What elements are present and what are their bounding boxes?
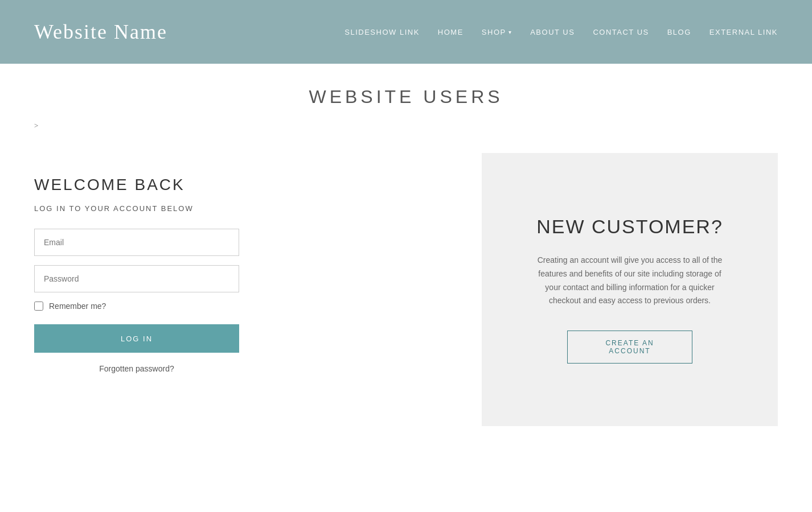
email-input[interactable]	[34, 229, 239, 256]
nav-external[interactable]: EXTERNAL LINK	[710, 28, 778, 36]
remember-row: Remember me?	[34, 302, 342, 311]
main-nav: SLIDESHOW LINK HOME SHOP ▾ ABOUT US CONT…	[345, 28, 778, 36]
login-button[interactable]: LOG IN	[34, 324, 239, 353]
nav-contact[interactable]: CONTACT US	[593, 28, 649, 36]
forgot-password-link[interactable]: Forgotten password?	[34, 364, 239, 373]
nav-about[interactable]: ABOUT US	[530, 28, 575, 36]
nav-blog[interactable]: BLOG	[667, 28, 691, 36]
login-subtitle: LOG IN TO YOUR ACCOUNT BELOW	[34, 204, 342, 213]
nav-shop[interactable]: SHOP ▾	[482, 28, 512, 36]
site-logo[interactable]: Website Name	[34, 20, 345, 44]
remember-label: Remember me?	[49, 302, 106, 311]
breadcrumb: >	[34, 121, 778, 130]
create-account-button[interactable]: CREATE AN ACCOUNT	[567, 331, 692, 364]
password-group	[34, 265, 342, 292]
content-area: WELCOME BACK LOG IN TO YOUR ACCOUNT BELO…	[34, 153, 778, 426]
page-title: WEBSITE USERS	[34, 86, 778, 108]
password-input[interactable]	[34, 265, 239, 292]
site-header: Website Name SLIDESHOW LINK HOME SHOP ▾ …	[0, 0, 812, 64]
email-group	[34, 229, 342, 256]
welcome-title: WELCOME BACK	[34, 176, 342, 194]
remember-checkbox[interactable]	[34, 302, 43, 311]
main-content: WEBSITE USERS > WELCOME BACK LOG IN TO Y…	[0, 64, 812, 460]
right-panel-wrapper: NEW CUSTOMER? Creating an account will g…	[376, 153, 778, 426]
nav-slideshow[interactable]: SLIDESHOW LINK	[345, 28, 420, 36]
login-section: WELCOME BACK LOG IN TO YOUR ACCOUNT BELO…	[34, 153, 376, 426]
chevron-down-icon: ▾	[508, 29, 512, 35]
new-customer-description: Creating an account will give you access…	[533, 254, 727, 308]
new-customer-section: NEW CUSTOMER? Creating an account will g…	[482, 153, 778, 426]
nav-home[interactable]: HOME	[438, 28, 464, 36]
new-customer-title: NEW CUSTOMER?	[536, 216, 723, 238]
